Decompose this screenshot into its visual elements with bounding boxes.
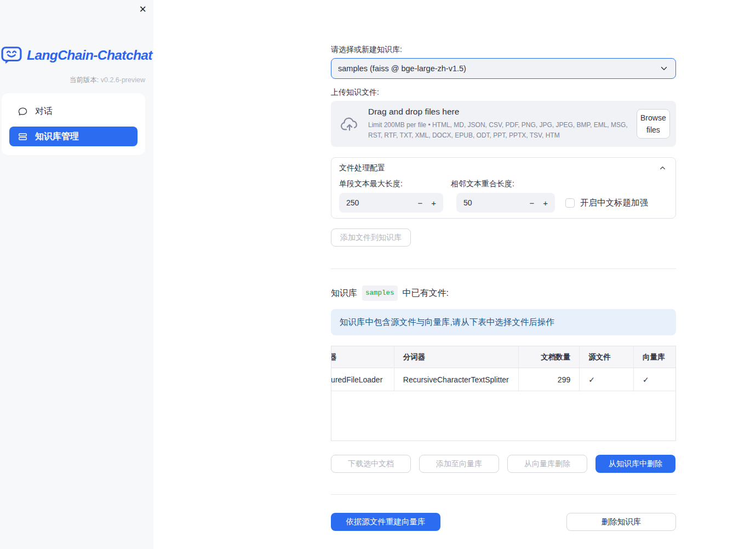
overlap-size-label: 相邻文本重合长度: xyxy=(451,179,514,188)
file-action-buttons: 下载选中文档 添加至向量库 从向量库删除 从知识库中删除 xyxy=(331,455,676,473)
step-down-button[interactable]: − xyxy=(413,198,427,208)
column-header-source-file[interactable]: 源文件 xyxy=(580,346,634,368)
column-header-doc-count[interactable]: 文档数量 xyxy=(519,346,580,368)
dropzone-text: Drag and drop files here Limit 200MB per… xyxy=(368,107,628,140)
sidebar-item-knowledge-base[interactable]: 知识库管理 xyxy=(9,127,138,146)
dropzone-limit: Limit 200MB per file • HTML, MD, JSON, C… xyxy=(368,120,628,140)
overlap-size-value: 50 xyxy=(463,198,472,207)
chunk-size-value: 250 xyxy=(346,198,359,207)
sidebar-item-dialogue[interactable]: 对话 xyxy=(9,102,138,121)
step-up-button[interactable]: + xyxy=(427,198,436,208)
chevron-down-icon xyxy=(659,64,669,73)
kb-files-prefix: 知识库 xyxy=(331,287,357,300)
delete-kb-button[interactable]: 删除知识库 xyxy=(566,513,676,531)
add-files-to-kb-button[interactable]: 添加文件到知识库 xyxy=(331,228,411,247)
expander-header[interactable]: 文件处理配置 xyxy=(339,163,667,173)
expander-title: 文件处理配置 xyxy=(339,163,385,173)
version-label: 当前版本: xyxy=(70,76,99,84)
chevron-up-icon xyxy=(658,164,667,172)
cell-doc-count[interactable]: 299 xyxy=(519,368,580,391)
dropzone-title: Drag and drop files here xyxy=(368,107,628,117)
column-header-splitter[interactable]: 分词器 xyxy=(394,346,519,368)
browse-files-button[interactable]: Browse files xyxy=(637,109,670,139)
version-text: 当前版本: v0.2.6-preview xyxy=(70,76,145,85)
cell-loader[interactable]: UnstructuredFileLoader xyxy=(331,368,394,391)
overlap-size-input[interactable]: 50 − + xyxy=(456,193,555,213)
kb-action-buttons: 依据源文件重建向量库 删除知识库 xyxy=(331,513,676,531)
table-row: UnstructuredFileLoader RecursiveCharacte… xyxy=(331,368,675,391)
upload-cloud-icon xyxy=(340,116,359,132)
version-value: v0.2.6-preview xyxy=(101,76,145,84)
sidebar: × LangChain-Chatchat 当前版本: v0.2.6-previe… xyxy=(0,0,153,549)
delete-from-vector-store-button[interactable]: 从向量库删除 xyxy=(507,455,587,473)
cell-source-file-check[interactable]: ✓ xyxy=(580,368,634,391)
rebuild-vector-store-button[interactable]: 依据源文件重建向量库 xyxy=(331,513,440,531)
column-header-vector-store[interactable]: 向量库 xyxy=(634,346,675,368)
info-alert: 知识库中包含源文件与向量库,请从下表中选择文件后操作 xyxy=(331,309,676,335)
kb-select-label: 请选择或新建知识库: xyxy=(331,45,676,54)
divider xyxy=(331,494,676,495)
zh-title-enhance-label: 开启中文标题加强 xyxy=(580,197,648,209)
app-title: LangChain-Chatchat xyxy=(27,48,152,63)
zh-title-enhance-checkbox[interactable] xyxy=(565,198,575,208)
kb-name-code: samples xyxy=(362,285,398,301)
upload-label: 上传知识文件: xyxy=(331,88,676,97)
close-sidebar-button[interactable]: × xyxy=(139,2,146,17)
step-up-button[interactable]: + xyxy=(539,198,548,208)
chat-bubble-logo-icon xyxy=(1,46,22,65)
sidebar-item-label: 知识库管理 xyxy=(35,131,79,142)
app-logo: LangChain-Chatchat xyxy=(0,46,153,65)
divider xyxy=(331,268,676,269)
table-header-row: 文档加载器 分词器 文档数量 源文件 向量库 xyxy=(331,346,675,368)
kb-files-suffix: 中已有文件: xyxy=(403,287,449,300)
chunk-size-label: 单段文本最大长度: xyxy=(339,179,451,188)
file-config-expander: 文件处理配置 单段文本最大长度: 相邻文本重合长度: 250 − + 50 − … xyxy=(331,157,676,219)
add-to-vector-store-button[interactable]: 添加至向量库 xyxy=(419,455,499,473)
chunk-size-input[interactable]: 250 − + xyxy=(339,193,443,213)
sidebar-nav: 对话 知识库管理 xyxy=(2,93,145,155)
chat-bubble-icon xyxy=(18,106,28,117)
delete-from-kb-button[interactable]: 从知识库中删除 xyxy=(595,455,675,473)
kb-select-value: samples (faiss @ bge-large-zh-v1.5) xyxy=(338,64,466,73)
file-dropzone[interactable]: Drag and drop files here Limit 200MB per… xyxy=(331,101,676,147)
main-content: 请选择或新建知识库: samples (faiss @ bge-large-zh… xyxy=(331,0,676,531)
zh-title-enhance-option: 开启中文标题加强 xyxy=(565,197,648,209)
step-down-button[interactable]: − xyxy=(525,198,539,208)
sidebar-item-label: 对话 xyxy=(35,106,53,117)
download-selected-button[interactable]: 下载选中文档 xyxy=(331,455,411,473)
kb-files-table: 文档加载器 分词器 文档数量 源文件 向量库 UnstructuredFileL… xyxy=(331,346,676,441)
info-alert-text: 知识库中包含源文件与向量库,请从下表中选择文件后操作 xyxy=(340,317,554,328)
kb-select[interactable]: samples (faiss @ bge-large-zh-v1.5) xyxy=(331,58,676,79)
column-header-loader[interactable]: 文档加载器 xyxy=(331,346,394,368)
cell-vector-store-check[interactable]: ✓ xyxy=(634,368,675,391)
cell-splitter[interactable]: RecursiveCharacterTextSplitter xyxy=(394,368,519,391)
close-icon: × xyxy=(139,2,146,16)
kb-files-heading: 知识库 samples 中已有文件: xyxy=(331,285,676,301)
knowledge-base-icon xyxy=(18,131,28,142)
